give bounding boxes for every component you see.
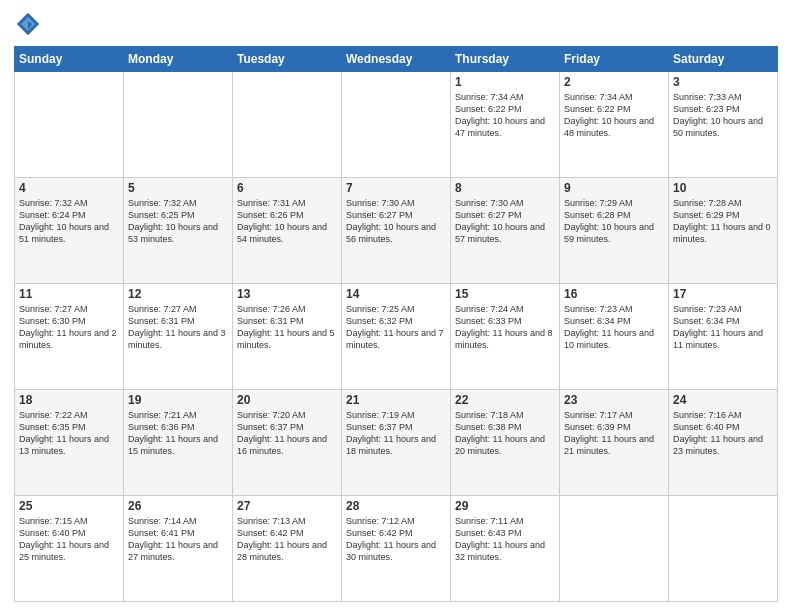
calendar-cell xyxy=(342,72,451,178)
day-number: 9 xyxy=(564,181,664,195)
calendar-cell: 23Sunrise: 7:17 AMSunset: 6:39 PMDayligh… xyxy=(560,390,669,496)
day-number: 27 xyxy=(237,499,337,513)
calendar-cell: 12Sunrise: 7:27 AMSunset: 6:31 PMDayligh… xyxy=(124,284,233,390)
calendar-cell: 22Sunrise: 7:18 AMSunset: 6:38 PMDayligh… xyxy=(451,390,560,496)
day-info: Sunrise: 7:27 AMSunset: 6:31 PMDaylight:… xyxy=(128,303,228,352)
day-info: Sunrise: 7:21 AMSunset: 6:36 PMDaylight:… xyxy=(128,409,228,458)
day-number: 21 xyxy=(346,393,446,407)
day-info: Sunrise: 7:30 AMSunset: 6:27 PMDaylight:… xyxy=(455,197,555,246)
day-info: Sunrise: 7:16 AMSunset: 6:40 PMDaylight:… xyxy=(673,409,773,458)
day-number: 19 xyxy=(128,393,228,407)
day-info: Sunrise: 7:19 AMSunset: 6:37 PMDaylight:… xyxy=(346,409,446,458)
day-info: Sunrise: 7:25 AMSunset: 6:32 PMDaylight:… xyxy=(346,303,446,352)
calendar-cell: 19Sunrise: 7:21 AMSunset: 6:36 PMDayligh… xyxy=(124,390,233,496)
day-info: Sunrise: 7:14 AMSunset: 6:41 PMDaylight:… xyxy=(128,515,228,564)
calendar-week-2: 4Sunrise: 7:32 AMSunset: 6:24 PMDaylight… xyxy=(15,178,778,284)
calendar-cell: 25Sunrise: 7:15 AMSunset: 6:40 PMDayligh… xyxy=(15,496,124,602)
calendar-cell: 26Sunrise: 7:14 AMSunset: 6:41 PMDayligh… xyxy=(124,496,233,602)
day-info: Sunrise: 7:27 AMSunset: 6:30 PMDaylight:… xyxy=(19,303,119,352)
calendar-cell: 1Sunrise: 7:34 AMSunset: 6:22 PMDaylight… xyxy=(451,72,560,178)
day-number: 28 xyxy=(346,499,446,513)
day-header-thursday: Thursday xyxy=(451,47,560,72)
day-info: Sunrise: 7:23 AMSunset: 6:34 PMDaylight:… xyxy=(564,303,664,352)
calendar-cell xyxy=(233,72,342,178)
day-number: 25 xyxy=(19,499,119,513)
calendar-cell: 9Sunrise: 7:29 AMSunset: 6:28 PMDaylight… xyxy=(560,178,669,284)
day-info: Sunrise: 7:13 AMSunset: 6:42 PMDaylight:… xyxy=(237,515,337,564)
calendar-cell: 20Sunrise: 7:20 AMSunset: 6:37 PMDayligh… xyxy=(233,390,342,496)
calendar-page: SundayMondayTuesdayWednesdayThursdayFrid… xyxy=(0,0,792,612)
day-number: 18 xyxy=(19,393,119,407)
day-number: 14 xyxy=(346,287,446,301)
day-number: 16 xyxy=(564,287,664,301)
calendar-cell: 6Sunrise: 7:31 AMSunset: 6:26 PMDaylight… xyxy=(233,178,342,284)
day-info: Sunrise: 7:18 AMSunset: 6:38 PMDaylight:… xyxy=(455,409,555,458)
day-info: Sunrise: 7:33 AMSunset: 6:23 PMDaylight:… xyxy=(673,91,773,140)
day-info: Sunrise: 7:26 AMSunset: 6:31 PMDaylight:… xyxy=(237,303,337,352)
day-number: 3 xyxy=(673,75,773,89)
calendar-cell: 28Sunrise: 7:12 AMSunset: 6:42 PMDayligh… xyxy=(342,496,451,602)
header xyxy=(14,10,778,38)
calendar-cell: 21Sunrise: 7:19 AMSunset: 6:37 PMDayligh… xyxy=(342,390,451,496)
day-number: 22 xyxy=(455,393,555,407)
calendar-cell: 7Sunrise: 7:30 AMSunset: 6:27 PMDaylight… xyxy=(342,178,451,284)
logo xyxy=(14,10,46,38)
calendar-table: SundayMondayTuesdayWednesdayThursdayFrid… xyxy=(14,46,778,602)
day-info: Sunrise: 7:32 AMSunset: 6:24 PMDaylight:… xyxy=(19,197,119,246)
calendar-cell: 29Sunrise: 7:11 AMSunset: 6:43 PMDayligh… xyxy=(451,496,560,602)
day-number: 4 xyxy=(19,181,119,195)
day-number: 15 xyxy=(455,287,555,301)
day-info: Sunrise: 7:34 AMSunset: 6:22 PMDaylight:… xyxy=(455,91,555,140)
calendar-week-3: 11Sunrise: 7:27 AMSunset: 6:30 PMDayligh… xyxy=(15,284,778,390)
day-info: Sunrise: 7:12 AMSunset: 6:42 PMDaylight:… xyxy=(346,515,446,564)
calendar-cell: 15Sunrise: 7:24 AMSunset: 6:33 PMDayligh… xyxy=(451,284,560,390)
calendar-cell: 8Sunrise: 7:30 AMSunset: 6:27 PMDaylight… xyxy=(451,178,560,284)
calendar-cell: 18Sunrise: 7:22 AMSunset: 6:35 PMDayligh… xyxy=(15,390,124,496)
day-number: 5 xyxy=(128,181,228,195)
day-number: 12 xyxy=(128,287,228,301)
day-info: Sunrise: 7:22 AMSunset: 6:35 PMDaylight:… xyxy=(19,409,119,458)
calendar-week-5: 25Sunrise: 7:15 AMSunset: 6:40 PMDayligh… xyxy=(15,496,778,602)
day-number: 23 xyxy=(564,393,664,407)
calendar-week-1: 1Sunrise: 7:34 AMSunset: 6:22 PMDaylight… xyxy=(15,72,778,178)
day-info: Sunrise: 7:32 AMSunset: 6:25 PMDaylight:… xyxy=(128,197,228,246)
day-info: Sunrise: 7:20 AMSunset: 6:37 PMDaylight:… xyxy=(237,409,337,458)
logo-icon xyxy=(14,10,42,38)
calendar-cell: 13Sunrise: 7:26 AMSunset: 6:31 PMDayligh… xyxy=(233,284,342,390)
calendar-cell: 17Sunrise: 7:23 AMSunset: 6:34 PMDayligh… xyxy=(669,284,778,390)
day-number: 7 xyxy=(346,181,446,195)
day-header-friday: Friday xyxy=(560,47,669,72)
day-info: Sunrise: 7:30 AMSunset: 6:27 PMDaylight:… xyxy=(346,197,446,246)
calendar-header-row: SundayMondayTuesdayWednesdayThursdayFrid… xyxy=(15,47,778,72)
calendar-cell: 2Sunrise: 7:34 AMSunset: 6:22 PMDaylight… xyxy=(560,72,669,178)
day-info: Sunrise: 7:34 AMSunset: 6:22 PMDaylight:… xyxy=(564,91,664,140)
calendar-cell: 5Sunrise: 7:32 AMSunset: 6:25 PMDaylight… xyxy=(124,178,233,284)
calendar-cell xyxy=(560,496,669,602)
day-number: 2 xyxy=(564,75,664,89)
calendar-cell: 27Sunrise: 7:13 AMSunset: 6:42 PMDayligh… xyxy=(233,496,342,602)
calendar-cell: 10Sunrise: 7:28 AMSunset: 6:29 PMDayligh… xyxy=(669,178,778,284)
day-number: 17 xyxy=(673,287,773,301)
day-number: 29 xyxy=(455,499,555,513)
calendar-cell: 16Sunrise: 7:23 AMSunset: 6:34 PMDayligh… xyxy=(560,284,669,390)
day-number: 13 xyxy=(237,287,337,301)
calendar-cell xyxy=(124,72,233,178)
day-header-sunday: Sunday xyxy=(15,47,124,72)
day-info: Sunrise: 7:24 AMSunset: 6:33 PMDaylight:… xyxy=(455,303,555,352)
calendar-cell xyxy=(15,72,124,178)
day-number: 20 xyxy=(237,393,337,407)
day-info: Sunrise: 7:31 AMSunset: 6:26 PMDaylight:… xyxy=(237,197,337,246)
day-info: Sunrise: 7:11 AMSunset: 6:43 PMDaylight:… xyxy=(455,515,555,564)
day-number: 24 xyxy=(673,393,773,407)
day-number: 1 xyxy=(455,75,555,89)
day-number: 11 xyxy=(19,287,119,301)
calendar-cell: 14Sunrise: 7:25 AMSunset: 6:32 PMDayligh… xyxy=(342,284,451,390)
day-info: Sunrise: 7:23 AMSunset: 6:34 PMDaylight:… xyxy=(673,303,773,352)
day-number: 6 xyxy=(237,181,337,195)
day-info: Sunrise: 7:17 AMSunset: 6:39 PMDaylight:… xyxy=(564,409,664,458)
day-header-wednesday: Wednesday xyxy=(342,47,451,72)
calendar-cell: 11Sunrise: 7:27 AMSunset: 6:30 PMDayligh… xyxy=(15,284,124,390)
day-number: 8 xyxy=(455,181,555,195)
day-number: 26 xyxy=(128,499,228,513)
day-info: Sunrise: 7:28 AMSunset: 6:29 PMDaylight:… xyxy=(673,197,773,246)
